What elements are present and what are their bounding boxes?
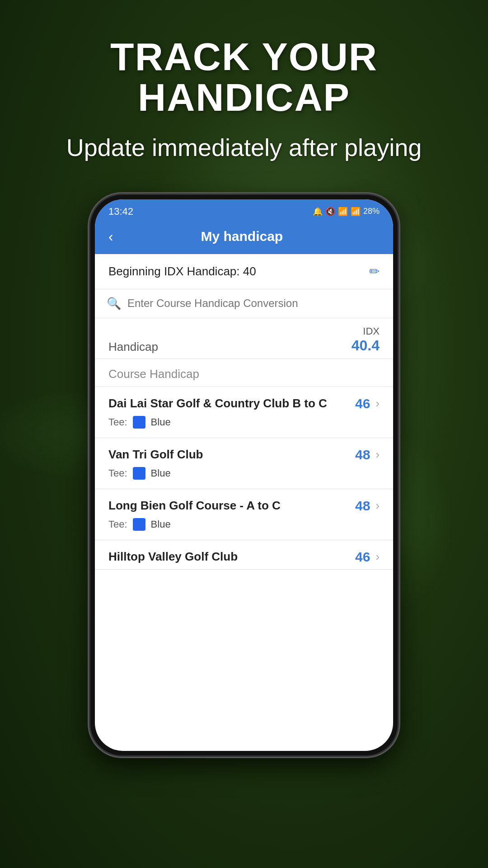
search-bar: 🔍 (95, 289, 393, 318)
headline: TRACK YOUR HANDICAP (27, 36, 461, 118)
phone-wrapper: 13:42 🔔 🔇 📶 📶 28% ‹ My handicap Beginni (0, 195, 488, 755)
course-item-top: Dai Lai Star Golf & Country Club B to C … (108, 396, 380, 411)
nav-title: My handicap (122, 229, 361, 244)
chevron-right-icon: › (375, 550, 380, 564)
wifi-icon: 📶 (338, 207, 348, 217)
course-name: Dai Lai Star Golf & Country Club B to C (108, 396, 343, 411)
handicap-row-label: Handicap (108, 340, 158, 354)
content-area: Beginning IDX Handicap: 40 ✏ 🔍 Handicap … (95, 254, 393, 570)
chevron-right-icon: › (375, 448, 380, 462)
status-bar: 13:42 🔔 🔇 📶 📶 28% (95, 199, 393, 222)
signal-icon: 📶 (351, 207, 361, 217)
tee-label: Tee: (108, 467, 127, 479)
search-input[interactable] (127, 297, 381, 310)
course-item[interactable]: Hilltop Valley Golf Club 46 › (95, 540, 393, 570)
phone-screen: 13:42 🔔 🔇 📶 📶 28% ‹ My handicap Beginni (95, 199, 393, 751)
tee-row: Tee: Blue (108, 518, 380, 531)
alarm-icon: 🔔 (313, 207, 323, 217)
course-right: 46 › (343, 396, 380, 411)
back-button[interactable]: ‹ (108, 228, 113, 245)
status-icons: 🔔 🔇 📶 📶 28% (313, 207, 380, 217)
tee-name: Blue (151, 519, 171, 530)
tee-row: Tee: Blue (108, 467, 380, 480)
battery-indicator: 28% (363, 207, 380, 216)
course-name: Long Bien Golf Course - A to C (108, 498, 343, 514)
course-item-top: Van Tri Golf Club 48 › (108, 447, 380, 462)
search-icon: 🔍 (107, 297, 121, 311)
course-item[interactable]: Van Tri Golf Club 48 › Tee: Blue (95, 438, 393, 489)
tee-color-box (133, 467, 145, 480)
course-right: 48 › (343, 447, 380, 462)
tee-name: Blue (151, 416, 171, 428)
edit-handicap-button[interactable]: ✏ (369, 264, 380, 279)
tee-name: Blue (151, 467, 171, 479)
idx-header-row: Handicap IDX 40.4 (95, 318, 393, 359)
course-name: Hilltop Valley Golf Club (108, 549, 343, 565)
tee-color-box (133, 518, 145, 531)
course-handicap-num: 48 (355, 447, 370, 462)
course-item[interactable]: Long Bien Golf Course - A to C 48 › Tee:… (95, 489, 393, 540)
chevron-right-icon: › (375, 396, 380, 410)
nav-bar: ‹ My handicap (95, 222, 393, 254)
tee-label: Tee: (108, 519, 127, 530)
phone-frame: 13:42 🔔 🔇 📶 📶 28% ‹ My handicap Beginni (90, 195, 398, 755)
section-header-text: Course Handicap (108, 367, 199, 381)
course-handicap-num: 48 (355, 498, 370, 514)
tee-color-box (133, 416, 145, 429)
idx-col: IDX 40.4 (352, 326, 380, 354)
beginning-handicap-label: Beginning IDX Handicap: 40 (108, 264, 256, 278)
course-right: 48 › (343, 498, 380, 514)
course-list: Dai Lai Star Golf & Country Club B to C … (95, 387, 393, 570)
chevron-right-icon: › (375, 499, 380, 513)
tee-label: Tee: (108, 416, 127, 428)
mute-icon: 🔇 (325, 207, 335, 217)
course-item-top: Long Bien Golf Course - A to C 48 › (108, 498, 380, 514)
beginning-handicap-row: Beginning IDX Handicap: 40 ✏ (95, 254, 393, 289)
course-right: 46 › (343, 549, 380, 565)
idx-value: 40.4 (352, 337, 380, 354)
status-time: 13:42 (108, 206, 133, 217)
course-handicap-section-header: Course Handicap (95, 359, 393, 387)
course-item[interactable]: Dai Lai Star Golf & Country Club B to C … (95, 387, 393, 438)
course-handicap-num: 46 (355, 396, 370, 411)
course-name: Van Tri Golf Club (108, 447, 343, 462)
subheadline: Update immediately after playing (27, 132, 461, 163)
idx-col-header: IDX (352, 326, 380, 337)
course-handicap-num: 46 (355, 549, 370, 565)
course-item-top: Hilltop Valley Golf Club 46 › (108, 549, 380, 565)
tee-row: Tee: Blue (108, 416, 380, 429)
top-section: TRACK YOUR HANDICAP Update immediately a… (0, 0, 488, 181)
